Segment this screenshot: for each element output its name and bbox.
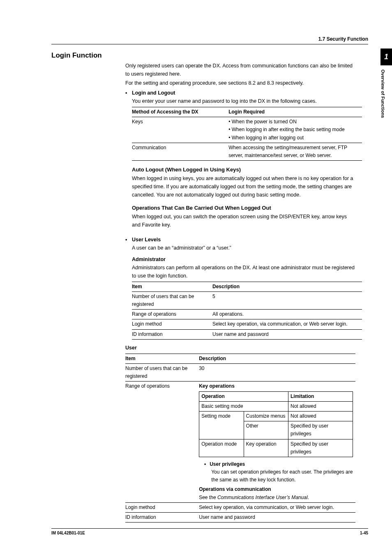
td-comm: Communication	[132, 143, 228, 160]
td: Range of operations	[132, 310, 212, 319]
page-footer: IM 04L42B01-01E 1-45	[51, 528, 368, 535]
td: Number of users that can be registered	[132, 291, 212, 309]
user-levels-desc: A user can be an “administrator” or a “u…	[132, 244, 355, 252]
td: Number of users that can be registered	[125, 364, 199, 382]
bullet-icon: •	[125, 89, 132, 97]
td: ID information	[132, 329, 212, 339]
td: Specified by user privileges	[288, 439, 353, 457]
td: User name and password	[212, 329, 362, 339]
td: Select key operation, via communication,…	[212, 319, 362, 329]
table-login-required: Method of Accessing the DX Login Require…	[132, 107, 362, 161]
admin-desc: Administrators can perform all operation…	[132, 264, 355, 280]
user-privileges-row: •User privileges	[204, 460, 353, 468]
table-key-operations: Operation Limitation Basic setting mode …	[199, 391, 353, 457]
chapter-number: 1	[380, 49, 392, 65]
heading-user-levels: User Levels	[132, 236, 161, 244]
td-range-content: Key operations Operation Limitation Basi…	[199, 382, 355, 502]
heading-auto-logout: Auto Logout (When Logged in Using Keys)	[132, 166, 355, 174]
td: Basic setting mode	[199, 401, 288, 411]
side-tab: 1 Overview of Functions	[380, 49, 392, 118]
intro-p2: For the setting and operating procedure,…	[125, 79, 355, 87]
top-rule	[51, 44, 368, 44]
table-user: Item Description Number of users that ca…	[125, 354, 355, 523]
auto-logout-body: When logged in using keys, you are autom…	[132, 174, 355, 199]
ops-via-comm-body: See the Communications Interface User’s …	[199, 494, 353, 502]
td: Not allowed	[288, 401, 353, 411]
td: Login method	[125, 502, 199, 512]
bullet-icon: •	[125, 236, 132, 244]
heading-user-privileges: User privileges	[210, 461, 245, 467]
td: All operations.	[212, 310, 362, 319]
td: Operation mode	[199, 439, 244, 457]
th-method: Method of Accessing the DX	[132, 107, 228, 117]
main-content: Only registered users can operate the DX…	[125, 62, 355, 527]
th-login-required: Login Required	[228, 107, 362, 117]
heading-ops-via-comm: Operations via communication	[199, 486, 353, 493]
logged-out-body: When logged out, you can switch the oper…	[132, 213, 355, 229]
td: Other	[244, 421, 288, 439]
heading-login-function: Login Function	[51, 51, 102, 60]
txt: .	[308, 495, 309, 500]
section-header: 1.7 Security Function	[318, 36, 368, 42]
login-logout-desc: You enter your user name and password to…	[132, 97, 355, 105]
key-operations-label: Key operations	[199, 382, 353, 390]
heading-logged-out-ops: Operations That Can Be Carried Out When …	[132, 204, 355, 213]
td: Setting mode	[199, 411, 244, 439]
td: ID information	[125, 513, 199, 523]
th-item: Item	[125, 354, 199, 363]
td-keys: Keys	[132, 117, 228, 143]
th-item: Item	[132, 282, 212, 291]
heading-user: User	[125, 344, 355, 352]
txt-italic: Communications Interface User’s Manual	[217, 495, 308, 500]
th-limitation: Limitation	[288, 391, 353, 401]
td-keys-items: • When the power is turned ON • When log…	[228, 117, 362, 143]
td: Not allowed	[288, 411, 353, 421]
table-admin: Item Description Number of users that ca…	[132, 282, 362, 340]
li: When logging in after exiting the basic …	[232, 127, 345, 132]
td-comm-desc: When accessing the setting/measurement s…	[228, 143, 362, 160]
td: Select key operation, via communication,…	[199, 502, 355, 512]
txt: See the	[199, 495, 217, 500]
td: User name and password	[199, 513, 355, 523]
footer-doc-id: IM 04L42B01-01E	[51, 531, 85, 535]
li: When logging in after logging out	[232, 135, 304, 141]
user-privileges-body: You can set operation privileges for eac…	[211, 468, 353, 484]
th-desc: Description	[199, 354, 355, 363]
td-range-label: Range of operations	[125, 382, 199, 502]
td: Key operation	[244, 439, 288, 457]
heading-administrator: Administrator	[132, 255, 355, 264]
li: When the power is turned ON	[232, 119, 297, 125]
heading-login-logout: Login and Logout	[132, 89, 175, 97]
footer-page-number: 1-45	[360, 531, 368, 535]
th-desc: Description	[212, 282, 362, 291]
td: 5	[212, 291, 362, 309]
td: 30	[199, 364, 355, 382]
th-operation: Operation	[199, 391, 288, 401]
chapter-label: Overview of Functions	[380, 65, 388, 118]
intro-p1: Only registered users can operate the DX…	[125, 62, 355, 78]
td: Customize menus	[244, 411, 288, 421]
td: Login method	[132, 319, 212, 329]
td: Specified by user privileges	[288, 421, 353, 439]
